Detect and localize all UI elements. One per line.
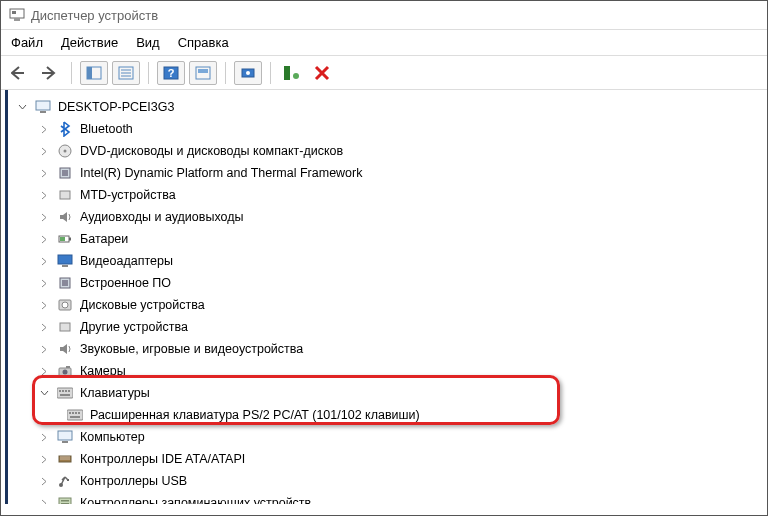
speaker-icon <box>56 340 74 358</box>
svg-rect-58 <box>61 503 69 504</box>
svg-rect-1 <box>14 18 20 21</box>
chevron-right-icon[interactable] <box>38 123 50 135</box>
tree-device-keyboard[interactable]: Расширенная клавиатура PS/2 PC/AT (101/1… <box>14 404 767 426</box>
tree-category[interactable]: Видеоадаптеры <box>14 250 767 272</box>
back-button[interactable] <box>7 60 33 86</box>
svg-rect-33 <box>60 323 70 331</box>
tree-category-label: Видеоадаптеры <box>80 254 173 268</box>
chevron-right-icon[interactable] <box>38 497 50 504</box>
chevron-down-icon[interactable] <box>38 387 50 399</box>
svg-point-20 <box>64 150 67 153</box>
disable-device-button[interactable] <box>309 60 335 86</box>
tree-category-label: Контроллеры USB <box>80 474 187 488</box>
chevron-right-icon[interactable] <box>38 365 50 377</box>
svg-point-32 <box>62 302 68 308</box>
chevron-right-icon[interactable] <box>38 453 50 465</box>
chevron-right-icon[interactable] <box>38 431 50 443</box>
tree-category[interactable]: Intel(R) Dynamic Platform and Thermal Fr… <box>14 162 767 184</box>
uninstall-device-button[interactable] <box>279 60 305 86</box>
tree-category[interactable]: Компьютер <box>14 426 767 448</box>
tree-category[interactable]: Камеры <box>14 360 767 382</box>
svg-rect-18 <box>40 111 46 113</box>
generic-icon <box>56 318 74 336</box>
chevron-right-icon[interactable] <box>38 189 50 201</box>
chip-icon <box>56 164 74 182</box>
svg-rect-46 <box>75 412 77 414</box>
tree-category-keyboards[interactable]: Клавиатуры <box>14 382 767 404</box>
tree-category-label: Bluetooth <box>80 122 133 136</box>
tree-category[interactable]: DVD-дисководы и дисководы компакт-дисков <box>14 140 767 162</box>
svg-rect-50 <box>62 441 68 443</box>
chevron-right-icon[interactable] <box>38 145 50 157</box>
tree-category-label: MTD-устройства <box>80 188 176 202</box>
svg-rect-12 <box>198 69 208 73</box>
svg-rect-42 <box>60 394 70 396</box>
tree-category[interactable]: Дисковые устройства <box>14 294 767 316</box>
menu-file[interactable]: Файл <box>11 35 43 50</box>
tree-category-label: Батареи <box>80 232 128 246</box>
svg-rect-25 <box>69 238 71 241</box>
tree-device-label: Расширенная клавиатура PS/2 PC/AT (101/1… <box>90 408 420 422</box>
tree-category[interactable]: Звуковые, игровые и видеоустройства <box>14 338 767 360</box>
chevron-right-icon[interactable] <box>38 343 50 355</box>
menu-help[interactable]: Справка <box>178 35 229 50</box>
tree-category[interactable]: Другие устройства <box>14 316 767 338</box>
svg-rect-39 <box>62 390 64 392</box>
camera-icon <box>56 362 74 380</box>
display-icon <box>56 252 74 270</box>
scan-button[interactable] <box>189 61 217 85</box>
svg-point-16 <box>293 73 299 79</box>
svg-rect-48 <box>70 416 80 418</box>
svg-rect-17 <box>36 101 50 110</box>
tree-category[interactable]: MTD-устройства <box>14 184 767 206</box>
ide-icon <box>56 450 74 468</box>
svg-rect-40 <box>65 390 67 392</box>
chevron-right-icon[interactable] <box>38 167 50 179</box>
tree-category[interactable]: Контроллеры IDE ATA/ATAPI <box>14 448 767 470</box>
menu-action[interactable]: Действие <box>61 35 118 50</box>
chevron-right-icon[interactable] <box>38 211 50 223</box>
computer-icon <box>56 428 74 446</box>
tree-category[interactable]: Батареи <box>14 228 767 250</box>
svg-rect-43 <box>67 410 83 420</box>
chevron-right-icon[interactable] <box>38 321 50 333</box>
tree-category-label: Контроллеры IDE ATA/ATAPI <box>80 452 245 466</box>
separator <box>225 62 226 84</box>
update-driver-button[interactable] <box>234 61 262 85</box>
tree-category-label: Intel(R) Dynamic Platform and Thermal Fr… <box>80 166 362 180</box>
computer-icon <box>34 98 52 116</box>
properties-button[interactable] <box>112 61 140 85</box>
tree-category[interactable]: Аудиовходы и аудиовыходы <box>14 206 767 228</box>
tree-category-label: DVD-дисководы и дисководы компакт-дисков <box>80 144 343 158</box>
chevron-right-icon[interactable] <box>38 299 50 311</box>
tree-category[interactable]: Встроенное ПО <box>14 272 767 294</box>
chevron-right-icon[interactable] <box>38 475 50 487</box>
chevron-right-icon[interactable] <box>38 277 50 289</box>
chevron-down-icon[interactable] <box>16 101 28 113</box>
chip-icon <box>56 274 74 292</box>
menu-view[interactable]: Вид <box>136 35 160 50</box>
tree-category-label: Другие устройства <box>80 320 188 334</box>
tree-category[interactable]: Bluetooth <box>14 118 767 140</box>
forward-button[interactable] <box>37 60 63 86</box>
svg-rect-44 <box>69 412 71 414</box>
svg-rect-38 <box>59 390 61 392</box>
chevron-right-icon[interactable] <box>38 255 50 267</box>
svg-rect-23 <box>60 191 70 199</box>
show-hide-tree-button[interactable] <box>80 61 108 85</box>
usb-icon <box>56 472 74 490</box>
tree-category[interactable]: Контроллеры запоминающих устройств <box>14 492 767 504</box>
toolbar: ? <box>1 56 767 90</box>
chevron-right-icon[interactable] <box>38 233 50 245</box>
disc-icon <box>56 142 74 160</box>
tree-category-label: Компьютер <box>80 430 145 444</box>
tree-category[interactable]: Контроллеры USB <box>14 470 767 492</box>
separator <box>148 62 149 84</box>
tree-category-label: Камеры <box>80 364 126 378</box>
svg-rect-41 <box>68 390 70 392</box>
app-icon <box>9 7 25 23</box>
help-button[interactable]: ? <box>157 61 185 85</box>
tree-root[interactable]: DESKTOP-PCEI3G3 <box>14 96 767 118</box>
generic-icon <box>56 186 74 204</box>
svg-rect-22 <box>62 170 68 176</box>
